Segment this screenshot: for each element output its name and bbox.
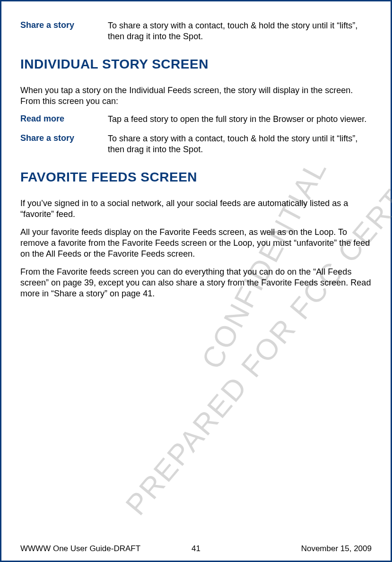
definition-term: Read more — [20, 114, 108, 125]
section-heading-favorite-feeds: FAVORITE FEEDS SCREEN — [20, 170, 372, 185]
page-footer: WWWW One User Guide-DRAFT 41 November 15… — [20, 544, 372, 553]
section-heading-individual-story: INDIVIDUAL STORY SCREEN — [20, 57, 372, 72]
definition-description: Tap a feed story to open the full story … — [108, 114, 372, 125]
definition-term: Share a story — [20, 20, 108, 43]
document-page: PREPARED FOR FCC CERTIFICATION CONFIDENT… — [0, 0, 392, 562]
definition-description: To share a story with a contact, touch &… — [108, 133, 372, 156]
definition-row: Share a story To share a story with a co… — [20, 20, 372, 43]
footer-date: November 15, 2009 — [301, 544, 372, 553]
definition-row: Share a story To share a story with a co… — [20, 133, 372, 156]
footer-page-number: 41 — [192, 544, 200, 553]
body-paragraph: From the Favorite feeds screen you can d… — [20, 267, 372, 300]
footer-doc-title: WWWW One User Guide-DRAFT — [20, 544, 140, 553]
intro-paragraph: When you tap a story on the Individual F… — [20, 85, 372, 107]
body-paragraph: If you’ve signed in to a social network,… — [20, 198, 372, 220]
body-paragraph: All your favorite feeds display on the F… — [20, 227, 372, 260]
page-content: Share a story To share a story with a co… — [20, 20, 372, 300]
definition-description: To share a story with a contact, touch &… — [108, 20, 372, 43]
definition-row: Read more Tap a feed story to open the f… — [20, 114, 372, 125]
definition-term: Share a story — [20, 133, 108, 156]
